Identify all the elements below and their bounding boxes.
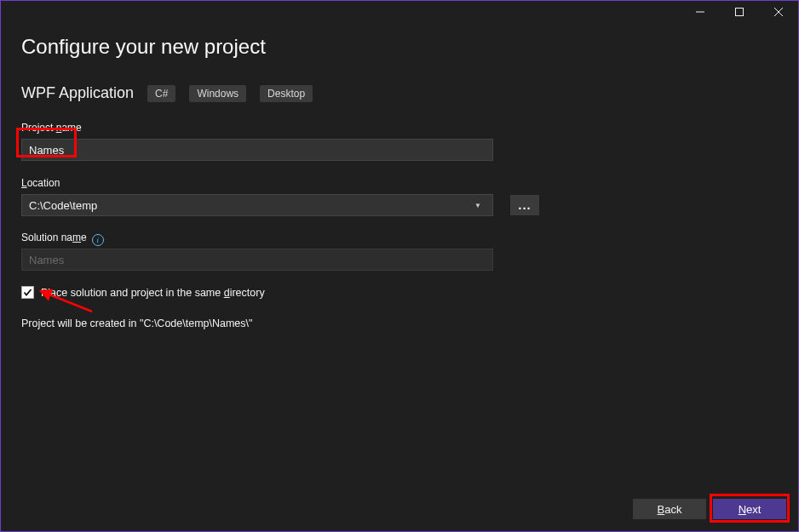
minimize-button[interactable] xyxy=(681,1,720,23)
svg-rect-0 xyxy=(736,9,744,16)
back-button[interactable]: Back xyxy=(633,499,706,519)
tag-desktop: Desktop xyxy=(260,85,313,102)
chevron-down-icon: ▼ xyxy=(470,197,486,213)
maximize-button[interactable] xyxy=(720,1,759,23)
project-name-field: Project name xyxy=(21,121,778,161)
main-content: Configure your new project WPF Applicati… xyxy=(1,23,798,329)
footer-buttons: Back Next xyxy=(633,499,786,519)
same-directory-label: Place solution and project in the same d… xyxy=(41,287,265,299)
project-name-input[interactable] xyxy=(21,139,493,161)
creation-path-text: Project will be created in "C:\Code\temp… xyxy=(21,317,778,329)
maximize-icon xyxy=(735,8,744,16)
checkmark-icon xyxy=(23,288,32,297)
same-directory-checkbox-row: Place solution and project in the same d… xyxy=(21,286,778,299)
location-value: C:\Code\temp xyxy=(29,199,97,212)
tag-csharp: C# xyxy=(147,85,175,102)
close-icon xyxy=(774,8,783,16)
tag-windows: Windows xyxy=(189,85,246,102)
window-titlebar xyxy=(1,1,798,23)
solution-name-label: Solution name xyxy=(21,232,87,243)
close-button[interactable] xyxy=(759,1,798,23)
location-label: Location xyxy=(21,177,60,189)
location-field: Location C:\Code\temp ▼ ... xyxy=(21,176,778,216)
next-button[interactable]: Next xyxy=(713,499,786,519)
minimize-icon xyxy=(696,8,704,16)
same-directory-checkbox[interactable] xyxy=(21,286,34,299)
info-icon[interactable]: i xyxy=(92,234,104,246)
browse-button[interactable]: ... xyxy=(510,195,539,215)
location-dropdown[interactable]: C:\Code\temp ▼ xyxy=(21,194,493,216)
page-title: Configure your new project xyxy=(21,35,778,59)
solution-name-input xyxy=(21,249,493,271)
project-type-row: WPF Application C# Windows Desktop xyxy=(21,84,778,102)
project-name-label: Project name xyxy=(21,122,82,134)
solution-name-field: Solution name i xyxy=(21,232,778,271)
project-type-name: WPF Application xyxy=(21,84,134,102)
